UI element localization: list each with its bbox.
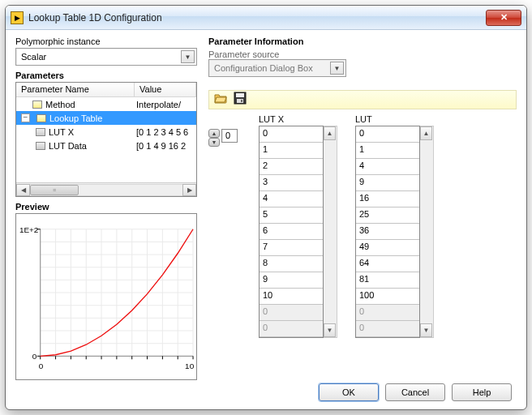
chevron-down-icon: ▼ xyxy=(330,62,344,75)
open-icon[interactable] xyxy=(214,92,227,108)
lut-label: LUT xyxy=(355,114,434,124)
x-min-label: 0 xyxy=(39,362,44,370)
lutx-scrollbar[interactable]: ▲ ▼ xyxy=(324,126,337,338)
array-cell[interactable]: 49 xyxy=(356,240,419,256)
svg-rect-38 xyxy=(236,93,244,97)
array-cell-disabled: 0 xyxy=(356,321,419,337)
array-cell[interactable]: 0 xyxy=(356,126,419,143)
scroll-track[interactable] xyxy=(420,140,433,323)
parameter-info-heading: Parameter Information xyxy=(208,36,517,46)
array-cell[interactable]: 3 xyxy=(260,175,323,191)
item-icon xyxy=(36,128,45,136)
item-icon xyxy=(36,114,46,122)
row-value: Interpolate/ xyxy=(135,100,196,109)
scroll-down-icon[interactable]: ▼ xyxy=(324,323,336,337)
help-button[interactable]: Help xyxy=(452,383,512,401)
polymorphic-combo[interactable]: Scalar ▼ xyxy=(15,48,197,66)
array-cell[interactable]: 4 xyxy=(356,159,419,175)
dialog-window: ▶ Lookup Table 1D Configuration ✕ Polymo… xyxy=(5,5,527,410)
save-icon[interactable] xyxy=(234,92,247,108)
array-cell[interactable]: 0 xyxy=(260,126,323,143)
tree-row-lut-x[interactable]: LUT X [0 1 2 3 4 5 6 xyxy=(16,125,196,139)
cancel-button[interactable]: Cancel xyxy=(385,383,445,401)
array-cell[interactable]: 1 xyxy=(260,143,323,159)
main-area: Polymorphic instance Scalar ▼ Parameters… xyxy=(15,36,517,380)
array-cell[interactable]: 4 xyxy=(260,191,323,208)
scroll-up-icon[interactable]: ▲ xyxy=(324,126,336,140)
ok-button[interactable]: OK xyxy=(319,383,379,401)
array-cell[interactable]: 8 xyxy=(260,256,323,272)
row-name: LUT X xyxy=(49,127,74,137)
y-min-label: 0 xyxy=(32,352,37,361)
array-cell-disabled: 0 xyxy=(260,321,323,337)
file-toolbar xyxy=(208,90,517,109)
array-cell-disabled: 0 xyxy=(356,305,419,321)
array-cell[interactable]: 81 xyxy=(356,272,419,289)
array-cell[interactable]: 100 xyxy=(356,289,419,305)
array-cell[interactable]: 2 xyxy=(260,159,323,175)
col-parameter-name[interactable]: Parameter Name xyxy=(16,83,135,96)
array-cell[interactable]: 64 xyxy=(356,256,419,272)
parameter-source-label: Parameter source xyxy=(208,49,517,59)
y-max-label: 1E+2 xyxy=(19,225,39,234)
lutx-array[interactable]: 01234567891000 xyxy=(259,126,324,338)
scroll-track[interactable]: ≡ xyxy=(30,184,182,196)
tree-row-lut-data[interactable]: LUT Data [0 1 4 9 16 2 xyxy=(16,139,196,152)
parameter-source-value: Configuration Dialog Box xyxy=(214,63,313,73)
array-cell[interactable]: 10 xyxy=(260,289,323,305)
row-value: [0 1 2 3 4 5 6 xyxy=(135,127,196,137)
item-icon xyxy=(36,142,45,150)
parameter-source-combo: Configuration Dialog Box ▼ xyxy=(208,59,346,77)
array-cell[interactable]: 25 xyxy=(356,208,419,224)
row-name: Lookup Table xyxy=(49,113,102,123)
array-cell[interactable]: 9 xyxy=(356,175,419,191)
tree-row-lookup-table[interactable]: −Lookup Table xyxy=(16,111,196,125)
svg-rect-40 xyxy=(241,100,242,102)
titlebar[interactable]: ▶ Lookup Table 1D Configuration ✕ xyxy=(6,6,526,30)
array-cell[interactable]: 9 xyxy=(260,272,323,289)
index-down-button[interactable]: ▼ xyxy=(208,138,220,147)
index-control: ▲ ▼ 0 xyxy=(208,129,238,338)
right-column: Parameter Information Parameter source C… xyxy=(208,36,517,380)
close-button[interactable]: ✕ xyxy=(486,10,521,26)
array-cell[interactable]: 16 xyxy=(356,191,419,208)
close-icon: ✕ xyxy=(500,12,508,23)
index-up-button[interactable]: ▲ xyxy=(208,129,220,138)
array-cell[interactable]: 1 xyxy=(356,143,419,159)
scroll-up-icon[interactable]: ▲ xyxy=(420,126,432,140)
lut-array[interactable]: 014916253649648110000 xyxy=(355,126,420,338)
array-cell[interactable]: 6 xyxy=(260,224,323,240)
tree-row-method[interactable]: Method Interpolate/ xyxy=(16,97,196,111)
parameters-tree: Parameter Name Value Method Interpolate/… xyxy=(15,82,197,197)
collapse-icon[interactable]: − xyxy=(21,113,30,122)
dialog-body: Polymorphic instance Scalar ▼ Parameters… xyxy=(6,30,526,409)
array-cell-disabled: 0 xyxy=(260,305,323,321)
lut-column: LUT 014916253649648110000 ▲ ▼ xyxy=(355,114,434,338)
button-bar: OK Cancel Help xyxy=(15,380,517,401)
lut-scrollbar[interactable]: ▲ ▼ xyxy=(420,126,434,338)
scroll-right-icon[interactable]: ▶ xyxy=(182,184,196,196)
scroll-down-icon[interactable]: ▼ xyxy=(420,323,432,337)
index-value[interactable]: 0 xyxy=(221,129,238,143)
row-value: [0 1 4 9 16 2 xyxy=(135,141,196,151)
app-icon: ▶ xyxy=(11,11,24,24)
row-name: Method xyxy=(45,100,75,109)
tree-hscroll[interactable]: ◀ ≡ ▶ xyxy=(16,182,196,196)
item-icon xyxy=(32,101,42,109)
left-column: Polymorphic instance Scalar ▼ Parameters… xyxy=(15,36,197,380)
tree-header: Parameter Name Value xyxy=(16,83,196,97)
array-cell[interactable]: 7 xyxy=(260,240,323,256)
preview-heading: Preview xyxy=(15,202,197,212)
parameters-heading: Parameters xyxy=(15,71,197,80)
arrays-area: ▲ ▼ 0 LUT X 01234567891000 ▲ ▼ xyxy=(208,114,517,338)
scroll-track[interactable] xyxy=(324,140,337,323)
col-value[interactable]: Value xyxy=(135,83,196,96)
polymorphic-value: Scalar xyxy=(21,52,46,62)
polymorphic-label: Polymorphic instance xyxy=(15,36,197,46)
array-cell[interactable]: 36 xyxy=(356,224,419,240)
array-cell[interactable]: 5 xyxy=(260,208,323,224)
scroll-left-icon[interactable]: ◀ xyxy=(16,184,30,196)
lutx-label: LUT X xyxy=(259,114,337,124)
lutx-column: LUT X 01234567891000 ▲ ▼ xyxy=(259,114,337,338)
scroll-thumb[interactable]: ≡ xyxy=(30,185,79,195)
